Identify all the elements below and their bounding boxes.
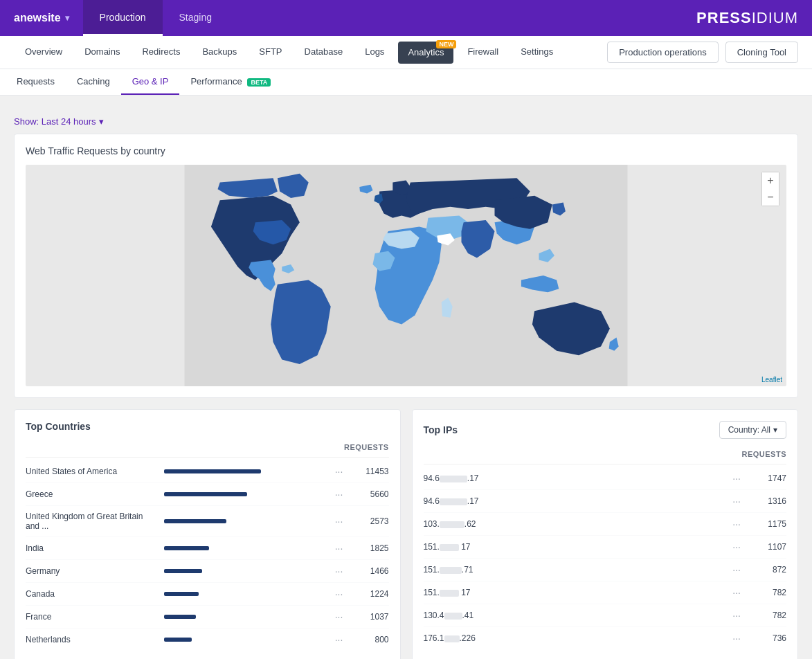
traffic-bar <box>164 569 202 573</box>
second-nav-left: Overview Domains Redirects Backups SFTP … <box>14 36 564 69</box>
nav-overview[interactable]: Overview <box>14 36 73 69</box>
sub-tabs: Requests Caching Geo & IP Performance BE… <box>0 69 812 96</box>
top-bar: anewsite ▾ Production Staging PRESSIDIUM <box>0 0 812 36</box>
ip-blur <box>440 567 462 574</box>
traffic-bar <box>164 638 192 642</box>
row-menu[interactable]: ··· <box>331 543 348 554</box>
nav-backups[interactable]: Backups <box>191 36 248 69</box>
nav-logs[interactable]: Logs <box>354 36 395 69</box>
cloning-tool-button[interactable]: Cloning Tool <box>725 42 798 63</box>
top-countries-header: Top Countries <box>26 421 389 432</box>
show-filter-link[interactable]: Show: Last 24 hours ▾ <box>14 116 798 127</box>
logo-text: PRESSIDIUM <box>696 9 798 26</box>
ip-address: 151. 17 <box>424 588 729 597</box>
top-countries-card: Top Countries REQUESTS United States of … <box>14 409 401 659</box>
country-filter-button[interactable]: Country: All ▾ <box>719 421 786 439</box>
nav-database[interactable]: Database <box>294 36 354 69</box>
sub-tab-performance[interactable]: Performance BETA <box>179 69 282 95</box>
table-row: 94.6.17 ··· 1316 <box>424 490 787 513</box>
ip-blur <box>444 613 462 620</box>
ip-blur <box>440 476 467 482</box>
traffic-bar <box>164 519 226 523</box>
production-operations-button[interactable]: Production operations <box>607 42 718 63</box>
map-zoom-out[interactable]: − <box>762 189 779 206</box>
site-dropdown-arrow: ▾ <box>65 13 69 23</box>
nav-firewall[interactable]: Firewall <box>456 36 509 69</box>
top-nav-tabs: Production Staging <box>83 0 228 36</box>
table-row: 176.1.226 ··· 736 <box>424 627 787 649</box>
table-row: Greece ··· 5660 <box>26 483 389 506</box>
row-menu[interactable]: ··· <box>728 587 745 598</box>
row-menu[interactable]: ··· <box>728 564 745 575</box>
traffic-bar <box>164 492 247 496</box>
bar-container <box>164 592 324 596</box>
row-menu[interactable]: ··· <box>728 518 745 530</box>
row-menu[interactable]: ··· <box>331 588 348 599</box>
country-name: Greece <box>26 489 157 499</box>
request-count: 11453 <box>348 467 389 476</box>
bar-container <box>164 546 324 550</box>
request-count: 782 <box>745 588 786 597</box>
map-title: Web Traffic Requests by country <box>26 145 786 156</box>
bar-container <box>164 469 324 473</box>
traffic-bar <box>164 592 199 596</box>
ip-blur <box>444 635 460 642</box>
country-name: Canada <box>26 589 157 599</box>
ips-table-header: REQUESTS <box>424 447 787 464</box>
country-name: India <box>26 543 157 553</box>
row-menu[interactable]: ··· <box>728 541 745 552</box>
row-menu[interactable]: ··· <box>331 466 348 477</box>
site-name-text: anewsite <box>14 12 61 24</box>
top-ips-card: Top IPs Country: All ▾ REQUESTS 94.6.17 … <box>412 409 799 659</box>
map-zoom-in[interactable]: + <box>762 172 779 189</box>
nav-redirects[interactable]: Redirects <box>131 36 191 69</box>
nav-analytics[interactable]: Analytics NEW <box>398 42 453 64</box>
row-menu[interactable]: ··· <box>728 473 745 484</box>
table-row: United Kingdom of Great Britain and ... … <box>26 506 389 537</box>
row-menu[interactable]: ··· <box>728 610 745 621</box>
bar-container <box>164 519 324 523</box>
traffic-bar <box>164 546 209 550</box>
map-card: Web Traffic Requests by country <box>14 134 798 398</box>
row-menu[interactable]: ··· <box>331 634 348 645</box>
request-count: 1466 <box>348 566 389 576</box>
row-menu[interactable]: ··· <box>331 566 348 577</box>
table-row: 130.4.41 ··· 782 <box>424 604 787 627</box>
map-leaflet-attribution: Leaflet <box>761 376 782 383</box>
request-count: 736 <box>745 633 786 643</box>
country-name: United Kingdom of Great Britain and ... <box>26 512 157 531</box>
ip-address: 176.1.226 <box>424 633 729 643</box>
request-count: 1175 <box>745 519 786 529</box>
tab-staging[interactable]: Staging <box>163 0 228 36</box>
sub-tab-geo-ip[interactable]: Geo & IP <box>121 69 180 95</box>
table-row: 151. 17 ··· 1107 <box>424 536 787 559</box>
request-count: 1037 <box>348 612 389 622</box>
leaflet-link[interactable]: Leaflet <box>761 376 782 383</box>
request-count: 1825 <box>348 543 389 553</box>
bar-container <box>164 569 324 573</box>
tab-production[interactable]: Production <box>83 0 163 36</box>
nav-settings[interactable]: Settings <box>509 36 564 69</box>
map-container[interactable]: + − Leaflet <box>26 165 786 386</box>
row-menu[interactable]: ··· <box>331 489 348 500</box>
ip-blur <box>440 498 467 505</box>
analytics-new-badge: NEW <box>436 40 456 48</box>
nav-domains[interactable]: Domains <box>73 36 131 69</box>
sub-tab-requests[interactable]: Requests <box>6 69 66 95</box>
site-name[interactable]: anewsite ▾ <box>14 12 69 24</box>
table-row: 103..62 ··· 1175 <box>424 513 787 536</box>
filter-arrow-icon: ▾ <box>773 425 777 435</box>
row-menu[interactable]: ··· <box>331 611 348 622</box>
ip-address: 103..62 <box>424 519 729 529</box>
sub-tab-caching[interactable]: Caching <box>66 69 121 95</box>
row-menu[interactable]: ··· <box>331 516 348 527</box>
nav-sftp[interactable]: SFTP <box>248 36 293 69</box>
ip-address: 130.4.41 <box>424 611 729 620</box>
request-count: 1224 <box>348 589 389 599</box>
ip-address: 94.6.17 <box>424 496 729 506</box>
country-name: Netherlands <box>26 635 157 644</box>
world-map <box>26 165 786 386</box>
row-menu[interactable]: ··· <box>728 633 745 644</box>
request-count: 800 <box>348 635 389 644</box>
row-menu[interactable]: ··· <box>728 496 745 507</box>
